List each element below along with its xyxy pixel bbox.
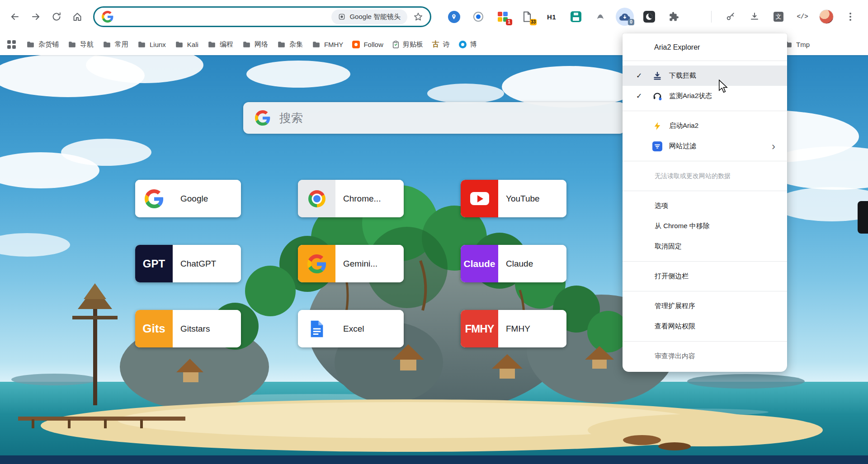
address-bar[interactable]: Google 智能镜头 [93, 6, 431, 27]
check-icon: ✓ [636, 71, 651, 80]
bookmark-folder[interactable]: 杂集 [273, 37, 307, 52]
bookmark-clipboard[interactable]: 剪贴板 [388, 37, 427, 52]
bookmark-folder[interactable]: 杂货铺 [22, 37, 63, 52]
menu-item-site-filter[interactable]: 网站过滤 › [623, 136, 787, 156]
bookmark-folder[interactable]: 编程 [203, 37, 237, 52]
puzzle-icon [668, 11, 679, 22]
menu-separator [623, 191, 787, 191]
downloads-button[interactable] [746, 8, 763, 25]
pin-glyph [451, 14, 457, 20]
record-icon [473, 12, 483, 22]
reload-icon [51, 11, 62, 22]
bookmark-poem[interactable]: 古诗 [428, 37, 454, 52]
blog-icon [459, 41, 467, 48]
bookmark-follow[interactable]: Follow [348, 37, 387, 52]
bookmark-folder[interactable]: Liunx [133, 37, 170, 52]
forward-button[interactable] [26, 7, 45, 26]
shortcut-claude[interactable]: Claude Claude [461, 245, 566, 282]
menu-item-label: 打开侧边栏 [655, 272, 689, 281]
extension-context-menu: Aria2 Explorer ✓ 下载拦截 ✓ 监测Aria2状态 启动Aria… [623, 33, 787, 372]
bookmark-folder[interactable]: 常用 [99, 37, 132, 52]
folder-icon [277, 41, 286, 48]
record-extension-icon[interactable] [469, 8, 487, 26]
shortcut-excel[interactable]: Excel [298, 310, 404, 347]
menu-item-download-intercept[interactable]: ✓ 下载拦截 [623, 66, 787, 86]
menu-item-monitor-aria2-status[interactable]: ✓ 监测Aria2状态 [623, 86, 787, 106]
menu-item-inspect-popup[interactable]: 审查弹出内容 [623, 346, 787, 366]
bookmark-blog[interactable]: 博 [455, 37, 481, 52]
avatar [819, 9, 834, 24]
notes-extension-icon[interactable]: 33 [518, 8, 536, 26]
shortcut-google[interactable]: Google [135, 180, 241, 217]
menu-item-manage-extensions[interactable]: 管理扩展程序 [623, 296, 787, 316]
location-pin-extension-icon[interactable] [445, 8, 463, 26]
kebab-dot [849, 19, 851, 21]
grid-square-blue [503, 12, 508, 16]
home-button[interactable] [68, 7, 87, 26]
shortcut-fmhy[interactable]: FMHY FMHY [461, 310, 566, 347]
menu-item-view-site-permissions[interactable]: 查看网站权限 [623, 316, 787, 337]
save-extension-icon[interactable] [567, 8, 585, 26]
google-lens-chip[interactable]: Google 智能镜头 [331, 9, 407, 24]
aria2-extension-icon[interactable]: 0 [616, 8, 634, 26]
address-input[interactable] [113, 8, 331, 26]
menu-item-unpin[interactable]: 取消固定 [623, 236, 787, 257]
dark-mode-extension-icon[interactable] [640, 8, 658, 26]
apps-dot [12, 40, 16, 44]
menu-item-label: 取消固定 [655, 242, 682, 251]
bookmark-label: Follow [363, 41, 383, 48]
grid-square-red [498, 12, 502, 16]
check-icon: ✓ [636, 92, 651, 100]
bookmark-folder[interactable]: 导航 [64, 37, 98, 52]
profile-button[interactable] [818, 8, 835, 25]
search-box[interactable]: 搜索 [243, 102, 625, 134]
bookmark-folder[interactable]: Kali [171, 37, 203, 52]
shortcut-label: ChatGPT [173, 245, 241, 282]
google-g-glyph [307, 254, 326, 273]
menu-item-options[interactable]: 选项 [623, 196, 787, 216]
shortcut-label: Gemini... [335, 245, 404, 282]
menu-item-launch-aria2[interactable]: 启动Aria2 [623, 116, 787, 136]
bookmark-label: 网络 [255, 40, 268, 49]
shortcut-chrome[interactable]: Chrome... [298, 180, 404, 217]
devtools-button[interactable]: </> [794, 8, 811, 25]
color-grid-extension-icon[interactable]: 1 [494, 8, 512, 26]
misc-extension-icon[interactable] [591, 8, 609, 26]
shortcut-youtube[interactable]: YouTube [461, 180, 566, 217]
shortcut-chatgpt[interactable]: GPT ChatGPT [135, 245, 241, 282]
side-panel-handle[interactable] [858, 201, 868, 234]
menu-item-open-side-panel[interactable]: 打开侧边栏 [623, 266, 787, 286]
bookmark-label: 博 [470, 40, 477, 49]
bookmark-label: 诗 [443, 40, 450, 49]
folder-icon [68, 41, 76, 48]
bookmark-star-icon[interactable] [410, 9, 426, 25]
shortcut-gemini[interactable]: Gemini... [298, 245, 404, 282]
claw-icon [595, 11, 606, 22]
browser-menu-button[interactable] [842, 8, 859, 25]
translate-icon: 文 [774, 12, 783, 22]
bookmark-label: Kali [187, 41, 198, 48]
shortcut-label: Excel [335, 310, 404, 347]
main-toolbar: Google 智能镜头 1 [0, 0, 868, 33]
extension-badge: 0 [628, 19, 634, 25]
lightning-icon [651, 120, 663, 132]
key-button[interactable] [722, 8, 739, 25]
translate-button[interactable]: 文 [770, 8, 787, 25]
bookmark-folder[interactable]: FMHY [308, 37, 348, 52]
menu-item-remove-from-chrome[interactable]: 从 Chrome 中移除 [623, 216, 787, 236]
google-g-glyph [145, 189, 164, 208]
kebab-menu-icon [849, 13, 851, 21]
h1-extension-icon[interactable]: H1 [542, 8, 561, 26]
folder-icon [137, 41, 146, 48]
back-button[interactable] [5, 7, 24, 26]
shortcut-label: Google [173, 180, 241, 217]
shortcut-gitstars[interactable]: Gits Gitstars [135, 310, 241, 347]
extensions-puzzle-button[interactable] [665, 8, 683, 26]
bookmark-label: Tmp [796, 41, 810, 48]
shortcut-label: YouTube [498, 180, 566, 217]
bookmark-folder[interactable]: 网络 [238, 37, 272, 52]
grid-square-yellow [498, 17, 502, 22]
menu-item-label: 从 Chrome 中移除 [655, 222, 710, 230]
apps-grid-icon[interactable] [7, 40, 16, 49]
reload-button[interactable] [47, 7, 66, 26]
